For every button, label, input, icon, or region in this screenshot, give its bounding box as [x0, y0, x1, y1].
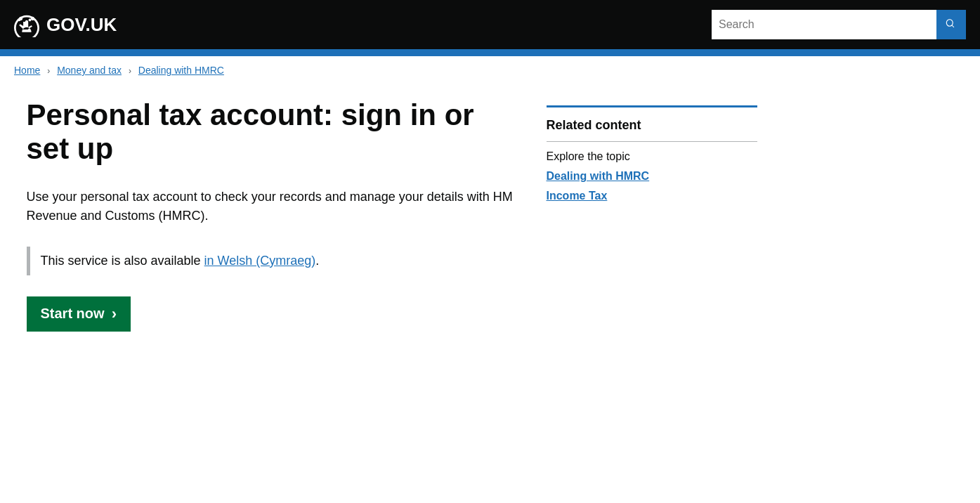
welsh-notice-suffix: . — [315, 254, 319, 268]
breadcrumb-money-and-tax[interactable]: Money and tax — [57, 65, 122, 76]
page-description: Use your personal tax account to check y… — [27, 188, 518, 226]
welsh-notice: This service is also available in Welsh … — [27, 247, 518, 275]
page-title: Personal tax account: sign in or set up — [27, 98, 518, 166]
main-content: Personal tax account: sign in or set up … — [27, 98, 518, 332]
welsh-notice-prefix: This service is also available — [41, 254, 204, 268]
breadcrumb: Home › Money and tax › Dealing with HMRC — [0, 56, 980, 84]
sidebar-related-title: Related content — [547, 118, 757, 133]
blue-bar — [0, 49, 980, 56]
breadcrumb-dealing-with-hmrc[interactable]: Dealing with HMRC — [138, 65, 224, 76]
breadcrumb-sep-2: › — [129, 66, 131, 76]
search-button[interactable] — [936, 10, 966, 39]
sidebar-divider — [547, 141, 757, 142]
logo-text: GOV.UK — [46, 14, 117, 36]
welsh-link[interactable]: in Welsh (Cymraeg) — [204, 254, 316, 268]
main-container: Personal tax account: sign in or set up … — [13, 84, 968, 360]
sidebar: Related content Explore the topic Dealin… — [547, 98, 757, 332]
breadcrumb-home[interactable]: Home — [14, 65, 40, 76]
search-form — [712, 10, 966, 39]
start-button-arrow: › — [112, 305, 117, 323]
crown-icon — [14, 12, 39, 37]
gov-uk-logo[interactable]: GOV.UK — [14, 12, 117, 37]
sidebar-link-income-tax[interactable]: Income Tax — [547, 190, 757, 202]
start-button-label: Start now — [41, 306, 105, 322]
sidebar-related-section: Related content Explore the topic Dealin… — [547, 105, 757, 202]
start-now-button[interactable]: Start now › — [27, 296, 131, 332]
site-header: GOV.UK — [0, 0, 980, 49]
sidebar-link-dealing-with-hmrc[interactable]: Dealing with HMRC — [547, 170, 757, 183]
breadcrumb-sep-1: › — [47, 66, 50, 76]
search-icon — [944, 18, 958, 32]
explore-topic-label: Explore the topic — [547, 150, 757, 163]
search-input[interactable] — [712, 10, 936, 39]
